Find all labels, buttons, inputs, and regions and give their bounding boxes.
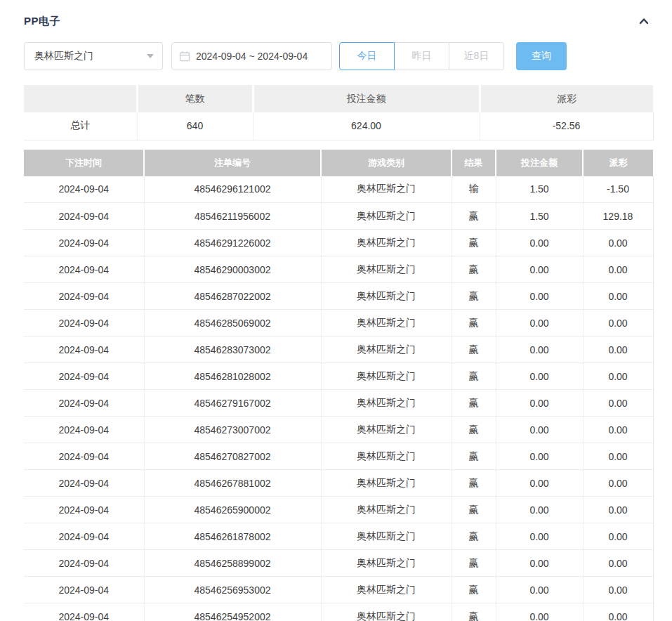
payout-cell: 0.00: [583, 470, 653, 497]
bet-id-cell: 48546258899002: [144, 550, 321, 577]
game-select-value: 奥林匹斯之门: [34, 50, 93, 63]
summary-total-label: 总计: [24, 112, 137, 140]
table-row: 2024-09-0448546291226002奥林匹斯之门赢0.000.00: [24, 230, 653, 256]
result-cell: 赢: [452, 470, 496, 497]
chevron-up-icon: [638, 15, 650, 27]
date-range-input[interactable]: 2024-09-04 ~ 2024-09-04: [171, 42, 332, 70]
payout-cell: 0.00: [583, 256, 653, 283]
table-row: 2024-09-0448546290003002奥林匹斯之门赢0.000.00: [24, 256, 653, 283]
game-type-cell: 奥林匹斯之门: [321, 230, 452, 256]
summary-table: 笔数 投注金额 派彩 总计 640 624.00 -52.56: [24, 85, 654, 140]
bet-amount-cell: 0.00: [496, 390, 583, 417]
header-bet-time: 下注时间: [24, 150, 144, 176]
result-cell: 赢: [452, 310, 496, 336]
game-type-cell: 奥林匹斯之门: [321, 283, 452, 310]
header-payout: 派彩: [583, 150, 653, 176]
quick-range-group: 今日 昨日 近8日: [339, 42, 504, 70]
result-cell: 赢: [452, 363, 496, 390]
bet-id-cell: 48546279167002: [144, 390, 321, 417]
game-select[interactable]: 奥林匹斯之门: [24, 42, 163, 70]
game-type-cell: 奥林匹斯之门: [321, 336, 452, 363]
today-button[interactable]: 今日: [339, 42, 395, 70]
result-cell: 赢: [452, 550, 496, 577]
result-cell: 赢: [452, 443, 496, 470]
header-bet-id: 注单编号: [144, 150, 321, 176]
chevron-down-icon: [147, 54, 154, 58]
game-type-cell: 奥林匹斯之门: [321, 497, 452, 523]
bet-time-cell: 2024-09-04: [24, 363, 144, 390]
table-row: 2024-09-0448546254952002奥林匹斯之门赢0.000.00: [24, 603, 653, 621]
bet-time-cell: 2024-09-04: [24, 283, 144, 310]
table-row: 2024-09-0448546211956002奥林匹斯之门赢1.50129.1…: [24, 203, 653, 230]
payout-cell: 0.00: [583, 497, 653, 523]
result-cell: 赢: [452, 417, 496, 443]
bet-time-cell: 2024-09-04: [24, 230, 144, 256]
header-bet-amount: 投注金额: [496, 150, 583, 176]
bet-time-cell: 2024-09-04: [24, 497, 144, 523]
game-type-cell: 奥林匹斯之门: [321, 523, 452, 550]
bet-time-cell: 2024-09-04: [24, 523, 144, 550]
result-cell: 赢: [452, 390, 496, 417]
bet-id-cell: 48546296121002: [144, 176, 321, 203]
table-row: 2024-09-0448546285069002奥林匹斯之门赢0.000.00: [24, 310, 653, 336]
bet-id-cell: 48546283073002: [144, 336, 321, 363]
bet-id-cell: 48546267881002: [144, 470, 321, 497]
payout-cell: 0.00: [583, 336, 653, 363]
bet-records-table: 下注时间 注单编号 游戏类别 结果 投注金额 派彩 2024-09-044854…: [24, 150, 654, 621]
payout-cell: 129.18: [583, 203, 653, 230]
result-cell: 赢: [452, 230, 496, 256]
result-cell: 赢: [452, 283, 496, 310]
header-result: 结果: [452, 150, 496, 176]
bet-amount-cell: 0.00: [496, 230, 583, 256]
bet-amount-cell: 0.00: [496, 363, 583, 390]
payout-cell: 0.00: [583, 390, 653, 417]
bet-time-cell: 2024-09-04: [24, 390, 144, 417]
payout-cell: 0.00: [583, 363, 653, 390]
result-cell: 赢: [452, 497, 496, 523]
table-row: 2024-09-0448546261878002奥林匹斯之门赢0.000.00: [24, 523, 653, 550]
bet-id-cell: 48546254952002: [144, 603, 321, 621]
game-type-cell: 奥林匹斯之门: [321, 363, 452, 390]
filter-bar: 奥林匹斯之门 2024-09-04 ~ 2024-09-04 今日 昨日 近8日…: [24, 42, 653, 70]
game-type-cell: 奥林匹斯之门: [321, 550, 452, 577]
bet-time-cell: 2024-09-04: [24, 336, 144, 363]
result-cell: 输: [452, 176, 496, 203]
game-type-cell: 奥林匹斯之门: [321, 256, 452, 283]
bet-time-cell: 2024-09-04: [24, 176, 144, 203]
bet-amount-cell: 0.00: [496, 256, 583, 283]
payout-cell: 0.00: [583, 230, 653, 256]
game-type-cell: 奥林匹斯之门: [321, 577, 452, 603]
bet-amount-cell: 0.00: [496, 497, 583, 523]
bet-time-cell: 2024-09-04: [24, 203, 144, 230]
bet-amount-cell: 0.00: [496, 310, 583, 336]
bet-amount-cell: 0.00: [496, 470, 583, 497]
result-cell: 赢: [452, 523, 496, 550]
bet-id-cell: 48546287022002: [144, 283, 321, 310]
summary-total-bet-amount: 624.00: [253, 112, 480, 140]
bet-amount-cell: 0.00: [496, 577, 583, 603]
game-type-cell: 奥林匹斯之门: [321, 176, 452, 203]
bet-id-cell: 48546281028002: [144, 363, 321, 390]
summary-header-count: 笔数: [137, 85, 253, 112]
collapse-button[interactable]: [635, 12, 653, 30]
bet-id-cell: 48546290003002: [144, 256, 321, 283]
game-type-cell: 奥林匹斯之门: [321, 443, 452, 470]
table-row: 2024-09-0448546296121002奥林匹斯之门输1.50-1.50: [24, 176, 653, 203]
bet-amount-cell: 1.50: [496, 176, 583, 203]
yesterday-button[interactable]: 昨日: [394, 42, 449, 70]
last8days-button[interactable]: 近8日: [449, 42, 504, 70]
table-row: 2024-09-0448546281028002奥林匹斯之门赢0.000.00: [24, 363, 653, 390]
bet-time-cell: 2024-09-04: [24, 470, 144, 497]
payout-cell: 0.00: [583, 550, 653, 577]
table-row: 2024-09-0448546258899002奥林匹斯之门赢0.000.00: [24, 550, 653, 577]
summary-header-payout: 派彩: [480, 85, 653, 112]
pp-electronic-panel: PP电子 奥林匹斯之门 2024-09-04 ~ 2024-09-04 今日 昨…: [0, 0, 672, 621]
summary-header-empty: [24, 85, 137, 112]
bet-amount-cell: 0.00: [496, 550, 583, 577]
bet-amount-cell: 0.00: [496, 603, 583, 621]
game-type-cell: 奥林匹斯之门: [321, 470, 452, 497]
summary-total-row: 总计 640 624.00 -52.56: [24, 112, 653, 140]
query-button[interactable]: 查询: [516, 42, 567, 70]
bet-amount-cell: 0.00: [496, 417, 583, 443]
game-type-cell: 奥林匹斯之门: [321, 390, 452, 417]
